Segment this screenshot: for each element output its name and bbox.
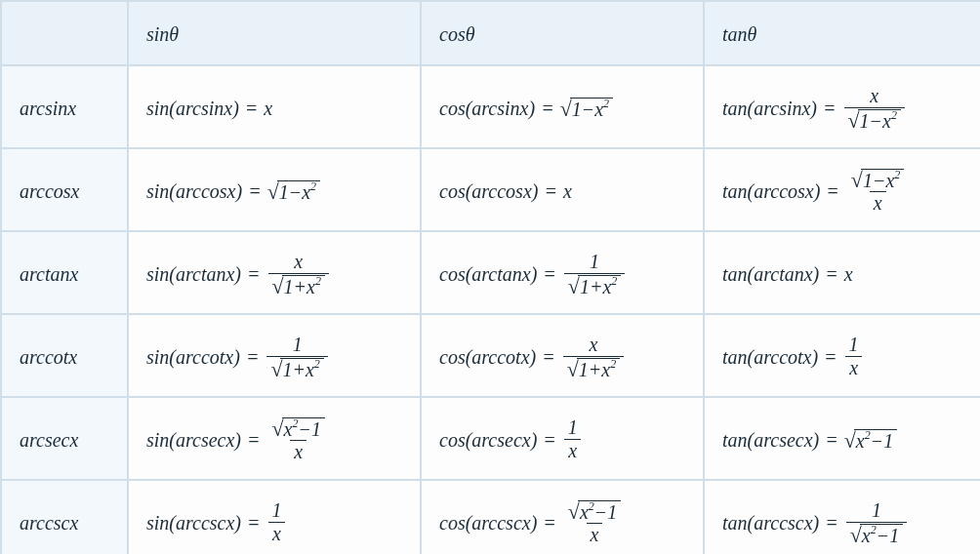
equals-sign: = bbox=[818, 347, 843, 367]
cell-sin-arccos: sin(arccosx)= √1−x2 bbox=[128, 148, 421, 231]
header-row: sinθ cosθ tanθ bbox=[1, 1, 980, 65]
equals-sign: = bbox=[239, 99, 265, 118]
lhs: cos(arccotx) bbox=[439, 347, 536, 367]
radical-icon: √ bbox=[844, 430, 856, 452]
equals-sign: = bbox=[538, 181, 563, 201]
lhs: tan(arcsecx) bbox=[722, 430, 819, 450]
row-arcsin: arcsinx sin(arcsinx)=x cos(arcsinx)= √1−… bbox=[1, 65, 980, 148]
radical-icon: √ bbox=[270, 359, 282, 380]
lhs: sin(arctanx) bbox=[146, 264, 241, 284]
rowhead-arccot: arccotx bbox=[1, 314, 128, 397]
equals-sign: = bbox=[242, 181, 267, 201]
radical-icon: √ bbox=[272, 276, 284, 297]
equals-sign: = bbox=[241, 264, 266, 284]
cell-tan-arcsec: tan(arcsecx)= √x2−1 bbox=[704, 397, 980, 480]
cell-tan-arccos: tan(arccosx)= √1−x2 x bbox=[704, 148, 980, 231]
equals-sign: = bbox=[240, 347, 265, 367]
rowhead-arctan: arctanx bbox=[1, 231, 128, 314]
cell-sin-arccsc: sin(arccscx)= 1x bbox=[128, 480, 421, 554]
equals-sign: = bbox=[819, 430, 844, 450]
radical-icon: √ bbox=[272, 418, 284, 440]
radical-icon: √ bbox=[850, 525, 862, 546]
cell-sin-arctan: sin(arctanx)= x √1+x2 bbox=[128, 231, 421, 314]
rhs: x bbox=[844, 264, 853, 284]
rowhead-arcsec: arcsecx bbox=[1, 397, 128, 480]
lhs: sin(arccscx) bbox=[146, 513, 241, 533]
lhs: sin(arccosx) bbox=[146, 181, 242, 201]
lhs: sin(arcsecx) bbox=[146, 430, 241, 450]
equals-sign: = bbox=[241, 513, 266, 533]
equals-sign: = bbox=[537, 430, 562, 450]
cell-tan-arcsin: tan(arcsinx)= x √1−x2 bbox=[704, 65, 980, 148]
equals-sign: = bbox=[820, 181, 845, 201]
radical-icon: √ bbox=[568, 501, 580, 523]
lhs: cos(arcsecx) bbox=[439, 430, 537, 450]
cell-tan-arccot: tan(arccotx)= 1x bbox=[704, 314, 980, 397]
trig-identity-table: sinθ cosθ tanθ arcsinx sin(arcsinx)=x co… bbox=[0, 0, 980, 554]
rowhead-arccos: arccosx bbox=[1, 148, 128, 231]
cell-cos-arccot: cos(arccotx)= x √1+x2 bbox=[421, 314, 704, 397]
cell-cos-arccsc: cos(arccscx)= √x2−1 x bbox=[421, 480, 704, 554]
cell-sin-arccot: sin(arccotx)= 1 √1+x2 bbox=[128, 314, 421, 397]
lhs: cos(arccosx) bbox=[439, 181, 538, 201]
equals-sign: = bbox=[536, 347, 561, 367]
sqrt-1-minus-x2: √1−x2 bbox=[560, 98, 613, 119]
cell-cos-arctan: cos(arctanx)= 1 √1+x2 bbox=[421, 231, 704, 314]
cell-cos-arccos: cos(arccosx)=x bbox=[421, 148, 704, 231]
fraction: x √1−x2 bbox=[842, 86, 907, 131]
cell-tan-arccsc: tan(arccscx)= 1 √x2−1 bbox=[704, 480, 980, 554]
row-arccsc: arccscx sin(arccscx)= 1x cos(arccscx)= √… bbox=[1, 480, 980, 554]
row-arctan: arctanx sin(arctanx)= x √1+x2 cos(arctan… bbox=[1, 231, 980, 314]
radical-icon: √ bbox=[851, 170, 863, 191]
header-blank bbox=[1, 1, 128, 65]
radical-icon: √ bbox=[267, 181, 279, 203]
lhs: sin(arccotx) bbox=[146, 347, 240, 367]
rowhead-arccsc: arccscx bbox=[1, 480, 128, 554]
radical-icon: √ bbox=[568, 276, 580, 297]
cell-sin-arcsec: sin(arcsecx)= √x2−1 x bbox=[128, 397, 421, 480]
header-sin: sinθ bbox=[128, 1, 421, 65]
lhs: cos(arctanx) bbox=[439, 264, 537, 284]
equals-sign: = bbox=[241, 430, 266, 450]
header-cos: cosθ bbox=[421, 1, 704, 65]
rowhead-arcsin: arcsinx bbox=[1, 65, 128, 148]
row-arccos: arccosx sin(arccosx)= √1−x2 cos(arccosx)… bbox=[1, 148, 980, 231]
equals-sign: = bbox=[817, 99, 842, 118]
lhs: tan(arctanx) bbox=[722, 264, 819, 284]
lhs: tan(arccscx) bbox=[722, 513, 819, 533]
lhs: cos(arccscx) bbox=[439, 513, 537, 533]
equals-sign: = bbox=[535, 99, 560, 118]
radical-icon: √ bbox=[560, 99, 572, 120]
equals-sign: = bbox=[537, 264, 562, 284]
lhs: tan(arcsinx) bbox=[722, 99, 817, 118]
row-arccot: arccotx sin(arccotx)= 1 √1+x2 cos(arccot… bbox=[1, 314, 980, 397]
radical-icon: √ bbox=[567, 359, 579, 380]
equals-sign: = bbox=[819, 513, 844, 533]
rhs: x bbox=[563, 181, 572, 201]
lhs: sin(arcsinx) bbox=[146, 99, 239, 118]
lhs: tan(arccosx) bbox=[722, 181, 820, 201]
cell-cos-arcsin: cos(arcsinx)= √1−x2 bbox=[421, 65, 704, 148]
lhs: cos(arcsinx) bbox=[439, 99, 535, 118]
cell-tan-arctan: tan(arctanx)=x bbox=[704, 231, 980, 314]
cell-sin-arcsin: sin(arcsinx)=x bbox=[128, 65, 421, 148]
equals-sign: = bbox=[537, 513, 562, 533]
lhs: tan(arccotx) bbox=[722, 347, 818, 367]
equals-sign: = bbox=[819, 264, 844, 284]
row-arcsec: arcsecx sin(arcsecx)= √x2−1 x cos(arcsec… bbox=[1, 397, 980, 480]
header-tan: tanθ bbox=[704, 1, 980, 65]
rhs: x bbox=[264, 99, 272, 118]
cell-cos-arcsec: cos(arcsecx)= 1x bbox=[421, 397, 704, 480]
radical-icon: √ bbox=[848, 110, 860, 132]
